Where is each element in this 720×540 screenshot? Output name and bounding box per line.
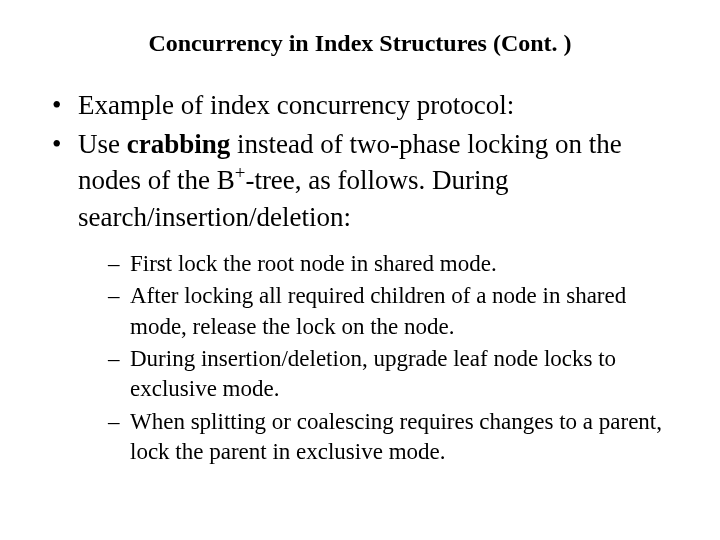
sub-bullet-text: After locking all required children of a… — [130, 283, 626, 338]
slide: Concurrency in Index Structures (Cont. )… — [0, 0, 720, 540]
sub-bullet-item: After locking all required children of a… — [108, 281, 670, 342]
sub-bullet-item: First lock the root node in shared mode. — [108, 249, 670, 279]
sub-bullet-text: When splitting or coalescing requires ch… — [130, 409, 662, 464]
slide-title: Concurrency in Index Structures (Cont. ) — [50, 28, 670, 59]
bullet-text-bold: crabbing — [127, 129, 231, 159]
bullet-list-level1: Example of index concurrency protocol: U… — [50, 87, 670, 467]
bullet-text: Example of index concurrency protocol: — [78, 90, 514, 120]
sub-bullet-text: During insertion/deletion, upgrade leaf … — [130, 346, 616, 401]
sub-bullet-item: When splitting or coalescing requires ch… — [108, 407, 670, 468]
superscript-plus: + — [235, 162, 246, 183]
sub-bullet-item: During insertion/deletion, upgrade leaf … — [108, 344, 670, 405]
bullet-text-pre: Use — [78, 129, 127, 159]
sub-bullet-text: First lock the root node in shared mode. — [130, 251, 497, 276]
bullet-item: Example of index concurrency protocol: — [50, 87, 670, 123]
bullet-list-level2: First lock the root node in shared mode.… — [78, 249, 670, 468]
bullet-item: Use crabbing instead of two-phase lockin… — [50, 126, 670, 468]
